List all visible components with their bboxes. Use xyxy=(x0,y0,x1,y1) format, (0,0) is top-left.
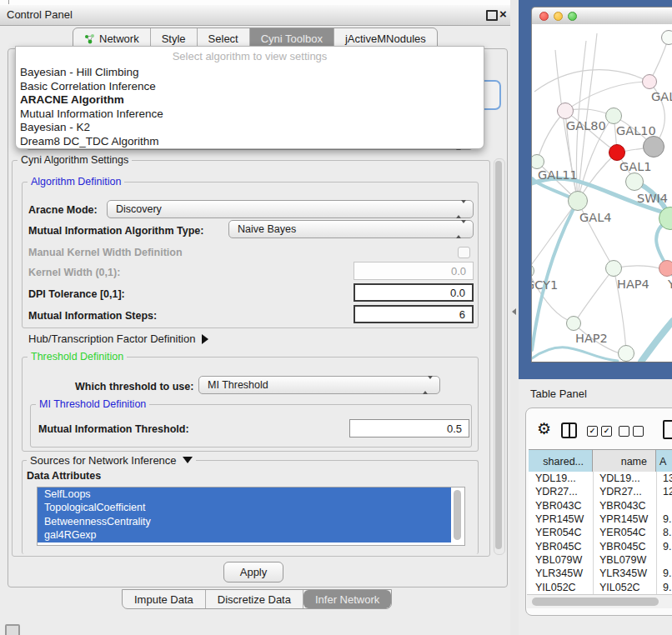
node-gal1[interactable] xyxy=(609,144,625,161)
aracne-mode-value: Discovery xyxy=(116,203,162,215)
sources-expander[interactable]: Sources for Network Inference xyxy=(27,454,196,467)
sources-title: Sources for Network Inference xyxy=(30,454,177,467)
window-close-icon[interactable] xyxy=(539,12,549,21)
manual-kernel-checkbox[interactable] xyxy=(458,247,470,258)
node-label-gcy1: GCY1 xyxy=(531,278,558,292)
attr-item-topologicalcoefficient[interactable]: TopologicalCoefficient xyxy=(38,501,451,514)
tab-impute-data[interactable]: Impute Data xyxy=(123,590,206,608)
kernel-width-field[interactable]: 0.0 xyxy=(354,262,474,280)
tab-discretize-data-label: Discretize Data xyxy=(218,593,291,606)
tab-discretize-data[interactable]: Discretize Data xyxy=(206,590,303,608)
table-gear-icon[interactable]: ⚙ xyxy=(537,419,551,438)
dpi-tolerance-field[interactable]: 0.0 xyxy=(354,283,474,302)
select-all-columns-icon[interactable]: ✓ ✓ xyxy=(587,426,612,437)
tab-infer-network-label: Infer Network xyxy=(315,593,379,606)
node-bottom-node[interactable] xyxy=(618,345,634,362)
which-threshold-combo[interactable]: MI Threshold xyxy=(198,376,440,394)
apply-button[interactable]: Apply xyxy=(223,562,283,582)
column-header-name[interactable]: name xyxy=(593,450,656,472)
table-col-separator xyxy=(656,472,657,594)
control-panel-title: Control Panel xyxy=(7,8,73,21)
popup-item-aracne[interactable]: ARACNE Algorithm xyxy=(20,93,124,108)
float-panel-icon[interactable] xyxy=(486,10,498,21)
node-label-hap2: HAP2 xyxy=(575,332,608,345)
attr-item-gal4rgexp[interactable]: gal4RGexp xyxy=(38,528,451,542)
table-row[interactable]: YDL19...YDL19...13 xyxy=(529,472,672,485)
hub-factor-expander[interactable]: Hub/Transcription Factor Definition xyxy=(28,332,208,345)
mi-type-combo[interactable]: Naive Bayes xyxy=(228,220,474,238)
mi-steps-field[interactable]: 6 xyxy=(354,305,474,323)
control-panel-titlebar xyxy=(0,5,510,26)
mi-type-value: Naive Bayes xyxy=(238,223,296,235)
kernel-width-label: Kernel Width (0,1): xyxy=(28,267,120,278)
node-gal80[interactable] xyxy=(557,102,574,119)
popup-item-bayesian-hill-climbing[interactable]: Bayesian - Hill Climbing xyxy=(20,66,139,80)
node-salmon-node[interactable] xyxy=(659,260,672,277)
node-gal4[interactable] xyxy=(568,191,588,211)
tab-jactivemnodules-label: jActiveMNodules xyxy=(345,32,426,45)
node-gal10[interactable] xyxy=(605,108,622,124)
column-header-shared-name[interactable]: shared... xyxy=(529,450,593,472)
which-threshold-label: Which threshold to use: xyxy=(75,381,193,392)
table-cell: 9. xyxy=(656,513,672,525)
table-cell: 8. xyxy=(656,527,672,538)
popup-item-basic-correlation[interactable]: Basic Correlation Inference xyxy=(20,80,156,94)
network-window-titlebar[interactable] xyxy=(531,7,672,26)
node-label-gal-top: GAL xyxy=(651,90,672,103)
window-zoom-icon[interactable] xyxy=(568,12,577,21)
table-row[interactable]: YPR145WYPR145W9. xyxy=(529,512,672,526)
window-minimize-icon[interactable] xyxy=(554,12,563,21)
table-cell: YBL079W xyxy=(529,554,593,566)
table-row[interactable]: YER054CYER054C8. xyxy=(529,526,672,539)
table-row[interactable]: YLR345WYLR345W9. xyxy=(529,567,672,580)
node-hap4[interactable] xyxy=(605,260,622,277)
table-cell: YBR043C xyxy=(593,500,656,512)
columns-icon[interactable] xyxy=(561,422,577,438)
mi-threshold-field[interactable]: 0.5 xyxy=(349,419,469,438)
node-gal-top[interactable] xyxy=(642,74,657,89)
tab-infer-network[interactable]: Infer Network xyxy=(303,590,391,608)
close-panel-icon[interactable]: × xyxy=(499,8,507,20)
attr-list-scrollbar[interactable] xyxy=(454,490,461,540)
collapsed-panel-icon[interactable] xyxy=(5,624,20,635)
unselect-all-columns-icon[interactable] xyxy=(619,426,644,437)
popup-item-bayesian-k2[interactable]: Bayesian - K2 xyxy=(20,121,90,135)
function-builder-icon[interactable] xyxy=(663,420,672,439)
table-cell: YIL052C xyxy=(529,582,593,593)
tab-network-label: Network xyxy=(99,32,139,45)
table-cell: YER054C xyxy=(593,527,656,538)
node-top-partial[interactable] xyxy=(661,30,672,45)
settings-scrollbar-track[interactable] xyxy=(494,158,505,555)
table-cell: YPR145W xyxy=(529,513,593,525)
node-label-salmon-node: Y xyxy=(668,278,672,291)
node-swi4[interactable] xyxy=(625,172,644,191)
settings-scrollbar-thumb[interactable] xyxy=(495,161,502,549)
node-hap2[interactable] xyxy=(566,316,581,331)
top-strip-tick xyxy=(8,0,9,4)
table-hscrollbar-track[interactable] xyxy=(527,594,672,608)
node-gray-node[interactable] xyxy=(643,136,664,158)
table-hscrollbar-thumb[interactable] xyxy=(532,598,659,606)
column-header-partial[interactable]: A xyxy=(656,450,672,472)
table-row[interactable]: YBL079WYBL079W xyxy=(529,553,672,567)
aracne-mode-combo[interactable]: Discovery xyxy=(107,200,474,218)
table-cell: 13 xyxy=(656,472,672,484)
table-row[interactable]: YBR045CYBR045C9. xyxy=(529,539,672,552)
node-label-swi4: SWI4 xyxy=(637,192,668,205)
attr-item-betweennesscentrality[interactable]: BetweennessCentrality xyxy=(38,515,451,528)
popup-item-dream8[interactable]: Dream8 DC_TDC Algorithm xyxy=(20,135,159,149)
network-canvas[interactable]: GALGAL80GAL10GAL1GAL11SWI4GAL4GCY1HAP4YH… xyxy=(531,24,672,362)
table-row[interactable]: YBR043CYBR043C xyxy=(529,499,672,512)
table-cell: YLR345W xyxy=(529,568,593,579)
split-divider[interactable] xyxy=(510,0,519,635)
attr-item-selfloops[interactable]: SelfLoops xyxy=(38,488,451,501)
divider-handle-icon[interactable] xyxy=(512,308,516,315)
table-row[interactable]: YIL052CYIL052C9. xyxy=(529,580,672,593)
table-row[interactable]: YDR27...YDR27...12 xyxy=(529,485,672,498)
table-cell: YBR043C xyxy=(529,500,593,512)
aracne-mode-label: Aracne Mode: xyxy=(28,204,98,216)
data-attributes-list[interactable]: SelfLoops TopologicalCoefficient Between… xyxy=(37,487,465,546)
popup-item-mutual-information[interactable]: Mutual Information Inference xyxy=(20,108,163,122)
table-cell: 9. xyxy=(656,568,672,579)
expander-expanded-icon xyxy=(183,457,193,463)
